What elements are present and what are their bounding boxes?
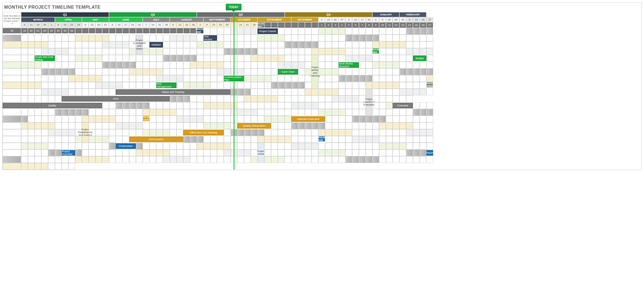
grid-cell bbox=[28, 35, 35, 41]
grid-cell bbox=[102, 82, 109, 89]
gantt-bar[interactable]: Performance bbox=[129, 137, 183, 142]
grid-cell bbox=[190, 116, 197, 122]
gantt-bar[interactable]: Objective Execution bbox=[291, 116, 325, 122]
grid-cell bbox=[379, 149, 386, 156]
grid-cell bbox=[163, 55, 170, 62]
gantt-bar[interactable]: Risk Management bbox=[156, 82, 176, 88]
grid-cell bbox=[258, 102, 264, 109]
grid-cell bbox=[122, 156, 129, 163]
gantt-bar[interactable]: Project Punchlist bbox=[62, 150, 75, 156]
grid-cell bbox=[109, 136, 116, 143]
gantt-bar[interactable]: Status and Tracking bbox=[116, 89, 231, 95]
grid-cell bbox=[366, 35, 372, 41]
day-header: 21 bbox=[156, 22, 163, 27]
day-header: 22 bbox=[68, 22, 75, 27]
grid-cell bbox=[291, 95, 298, 102]
gantt-bar[interactable]: Scope and Goal Setting bbox=[35, 55, 55, 61]
gantt-bar[interactable]: Postmortem bbox=[116, 143, 136, 149]
grid-cell bbox=[278, 109, 285, 116]
grid-cell bbox=[170, 129, 176, 136]
day-header: 20 bbox=[420, 17, 426, 22]
day-header: 3 bbox=[345, 17, 352, 22]
grid-cell bbox=[190, 41, 197, 48]
gantt-bar[interactable]: Project Charter bbox=[258, 28, 278, 34]
grid-cell bbox=[325, 55, 332, 62]
grid-cell bbox=[197, 116, 204, 122]
grid-cell bbox=[352, 75, 359, 82]
grid-cell bbox=[28, 129, 35, 136]
gantt-bar[interactable]: Budget bbox=[413, 55, 426, 61]
grid-cell bbox=[393, 82, 399, 89]
grid-cell bbox=[278, 122, 285, 129]
gantt-bar[interactable]: Report bbox=[426, 150, 433, 156]
gantt-bar[interactable]: Initiation bbox=[149, 42, 163, 48]
grid-cell bbox=[366, 116, 372, 122]
grid-cell bbox=[278, 102, 285, 109]
grid-cell bbox=[244, 149, 251, 156]
gantt-bar[interactable]: Effort and Cost Tracking bbox=[183, 130, 224, 135]
phase-header: PHASE ONE bbox=[197, 28, 204, 33]
grid-cell bbox=[345, 75, 352, 82]
grid-cell bbox=[264, 89, 271, 95]
grid-cell bbox=[3, 55, 21, 62]
grid-cell bbox=[3, 82, 21, 89]
grid-cell bbox=[224, 48, 231, 55]
grid-cell bbox=[285, 102, 291, 109]
grid-cell bbox=[318, 109, 325, 116]
gantt-bar[interactable]: Quality bbox=[3, 103, 102, 108]
project-week-cell bbox=[156, 28, 163, 33]
grid-cell bbox=[48, 89, 55, 95]
grid-cell bbox=[426, 116, 433, 122]
grid-cell bbox=[224, 62, 231, 68]
grid-cell bbox=[352, 35, 359, 41]
grid-cell bbox=[35, 116, 41, 122]
grid-cell bbox=[163, 143, 170, 149]
gantt-bar[interactable]: Work Bkdwn Structure bbox=[339, 62, 359, 68]
grid-cell bbox=[129, 48, 136, 55]
grid-cell bbox=[129, 149, 136, 156]
grid-cell bbox=[359, 143, 366, 149]
grid-cell bbox=[163, 75, 170, 82]
grid-cell bbox=[420, 48, 426, 55]
grid-cell bbox=[339, 129, 345, 136]
grid-cell bbox=[318, 149, 325, 156]
gantt-bar[interactable]: KPIs bbox=[62, 96, 170, 102]
grid-cell bbox=[35, 122, 41, 129]
day-header: 21 bbox=[244, 22, 251, 27]
grid-cell bbox=[345, 41, 352, 48]
grid-cell bbox=[48, 143, 55, 149]
grid-cell bbox=[190, 68, 197, 75]
grid-cell bbox=[204, 82, 210, 89]
gantt-bar[interactable]: Gantt Chart bbox=[278, 69, 298, 75]
grid-cell bbox=[41, 89, 48, 95]
grid-cell bbox=[163, 109, 170, 116]
grid-cell bbox=[156, 48, 163, 55]
grid-cell bbox=[68, 129, 75, 136]
grid-cell bbox=[379, 116, 386, 122]
grid-cell bbox=[379, 48, 386, 55]
grid-cell bbox=[258, 129, 264, 136]
gantt-bar[interactable]: Plan Review bbox=[204, 35, 217, 41]
grid-cell bbox=[116, 62, 122, 68]
grid-cell bbox=[170, 95, 176, 102]
grid-cell bbox=[332, 116, 339, 122]
gantt-bar[interactable]: Quality Deliverables bbox=[237, 123, 271, 129]
grid-cell bbox=[237, 55, 244, 62]
grid-cell bbox=[406, 75, 413, 82]
grid-cell bbox=[68, 122, 75, 129]
grid-cell bbox=[197, 41, 204, 48]
grid-cell bbox=[244, 136, 251, 143]
grid-cell bbox=[264, 136, 271, 143]
grid-cell bbox=[352, 55, 359, 62]
grid-cell bbox=[399, 122, 406, 129]
grid-cell bbox=[305, 136, 312, 143]
day-header: 27 bbox=[426, 17, 433, 22]
grid-cell bbox=[359, 149, 366, 156]
grid-cell bbox=[143, 55, 149, 62]
grid-cell bbox=[143, 62, 149, 68]
gantt-bar[interactable]: Forecasts bbox=[393, 103, 413, 108]
grid-cell bbox=[406, 129, 413, 136]
grid-cell bbox=[420, 136, 426, 143]
grid-cell bbox=[285, 136, 291, 143]
grid-cell bbox=[3, 156, 21, 163]
